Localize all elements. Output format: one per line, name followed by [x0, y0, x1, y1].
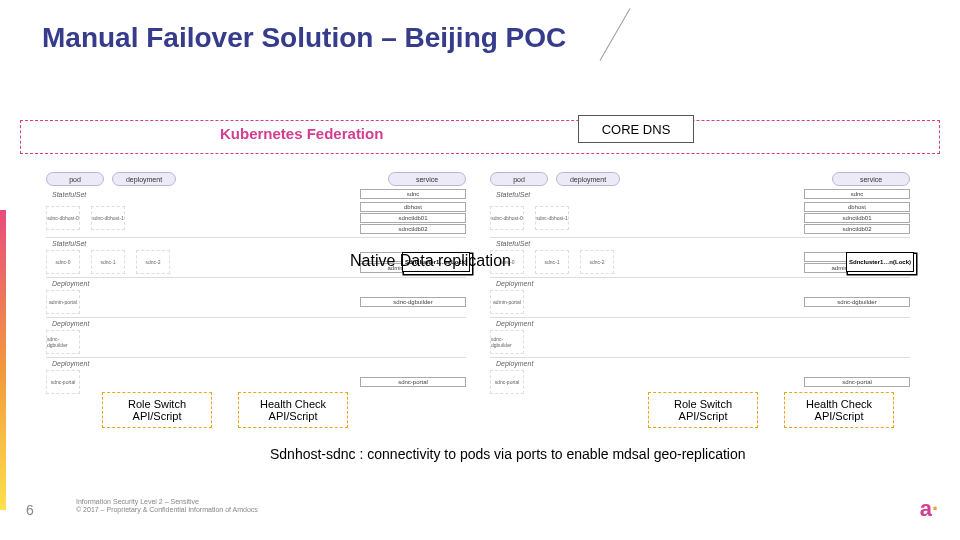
- label-statefulset-r: StatefulSet: [496, 191, 530, 198]
- svc-portal: sdnc-portal: [360, 377, 466, 387]
- chip-sdnc2: sdnc-2: [136, 250, 170, 274]
- svc-portal-r: sdnc-portal: [804, 377, 910, 387]
- chip-sdnc1: sdnc-1: [91, 250, 125, 274]
- legal-line2: © 2017 – Proprietary & Confidential Info…: [76, 506, 258, 513]
- pill-service: service: [388, 172, 466, 186]
- label-deployment3-r: Deployment: [496, 360, 533, 367]
- label-deployment3: Deployment: [52, 360, 89, 367]
- svc-dbhost: dbhost: [360, 202, 466, 212]
- site-right: pod deployment service StatefulSet sdnc …: [490, 170, 910, 397]
- health-check-right: Health Check API/Script: [784, 392, 894, 428]
- legal-footer: Information Security Level 2 – Sensitive…: [76, 498, 258, 515]
- chip-dbhost1-r: sdnc-dbhost-1: [535, 206, 569, 230]
- svc-sdnctldb01: sdnctldb01: [360, 213, 466, 223]
- label-statefulset2: StatefulSet: [52, 240, 86, 247]
- accent-gradient: [0, 210, 6, 510]
- svc-dgbuilder: sdnc-dgbuilder: [360, 297, 466, 307]
- chip-sdnc2-r: sdnc-2: [580, 250, 614, 274]
- pill-deployment-r: deployment: [556, 172, 620, 186]
- label-statefulset2-r: StatefulSet: [496, 240, 530, 247]
- svc-sdnctldb01-r: sdnctldb01: [804, 213, 910, 223]
- site-diagrams: pod deployment service StatefulSet sdnc …: [46, 170, 910, 397]
- pill-deployment: deployment: [112, 172, 176, 186]
- slide-title: Manual Failover Solution – Beijing POC: [42, 22, 566, 54]
- connectivity-note: Sdnhost-sdnc : connectivity to pods via …: [270, 446, 746, 462]
- chip-sdnc0: sdnc-0: [46, 250, 80, 274]
- chip-admin-r: admin-portal: [490, 290, 524, 314]
- label-deployment-r: Deployment: [496, 280, 533, 287]
- pill-pod-r: pod: [490, 172, 548, 186]
- site-left: pod deployment service StatefulSet sdnc …: [46, 170, 466, 397]
- chip-portal: sdnc-portal: [46, 370, 80, 394]
- svc-sdnc-r: sdnc: [804, 189, 910, 199]
- svc-sdnctldb02: sdnctldb02: [360, 224, 466, 234]
- legal-line1: Information Security Level 2 – Sensitive: [76, 498, 199, 505]
- native-replication-label: Native Data replication: [350, 252, 511, 270]
- health-check-left: Health Check API/Script: [238, 392, 348, 428]
- label-deployment2-r: Deployment: [496, 320, 533, 327]
- svc-dgbuilder-r: sdnc-dgbuilder: [804, 297, 910, 307]
- chip-portal-r: sdnc-portal: [490, 370, 524, 394]
- chip-dbhost0: sdnc-dbhost-0: [46, 206, 80, 230]
- svc-dbhost-r: dbhost: [804, 202, 910, 212]
- label-statefulset: StatefulSet: [52, 191, 86, 198]
- callout-line: [600, 8, 631, 60]
- svc-sdnc: sdnc: [360, 189, 466, 199]
- role-switch-left: Role Switch API/Script: [102, 392, 212, 428]
- pill-pod: pod: [46, 172, 104, 186]
- amdocs-logo: a·: [920, 496, 938, 522]
- chip-dbhost1: sdnc-dbhost-1: [91, 206, 125, 230]
- page-number: 6: [26, 502, 34, 518]
- label-deployment2: Deployment: [52, 320, 89, 327]
- role-switch-right: Role Switch API/Script: [648, 392, 758, 428]
- api-row: Role Switch API/Script Health Check API/…: [0, 392, 960, 428]
- federation-bar: [20, 120, 940, 154]
- label-deployment: Deployment: [52, 280, 89, 287]
- federation-label: Kubernetes Federation: [220, 125, 383, 142]
- svc-sdnctldb02-r: sdnctldb02: [804, 224, 910, 234]
- core-dns-box: CORE DNS: [578, 115, 694, 143]
- sdncluster-lock-r: Sdncluster1…n(Lock): [846, 252, 914, 272]
- chip-dg-r: sdnc-dgbuilder: [490, 330, 524, 354]
- pill-service-r: service: [832, 172, 910, 186]
- chip-dg: sdnc-dgbuilder: [46, 330, 80, 354]
- chip-dbhost0-r: sdnc-dbhost-0: [490, 206, 524, 230]
- chip-admin: admin-portal: [46, 290, 80, 314]
- chip-sdnc1-r: sdnc-1: [535, 250, 569, 274]
